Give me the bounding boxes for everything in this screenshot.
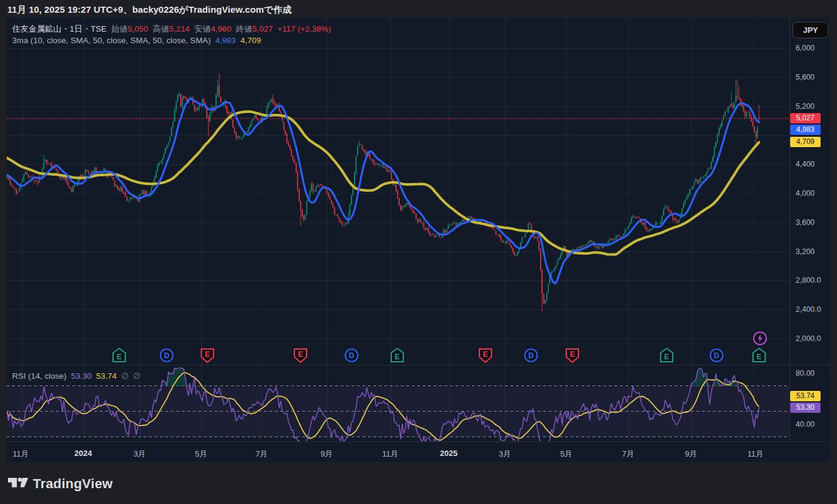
svg-text:E: E [395, 353, 400, 361]
svg-text:D: D [349, 351, 355, 360]
svg-text:E: E [116, 353, 121, 361]
svg-text:E: E [298, 350, 303, 359]
svg-text:D: D [528, 351, 533, 360]
svg-text:D: D [164, 351, 169, 360]
svg-text:E: E [664, 353, 669, 361]
svg-text:E: E [570, 350, 575, 359]
svg-text:E: E [204, 350, 209, 359]
svg-text:D: D [714, 351, 719, 360]
svg-text:E: E [757, 353, 762, 361]
svg-text:E: E [483, 350, 488, 359]
